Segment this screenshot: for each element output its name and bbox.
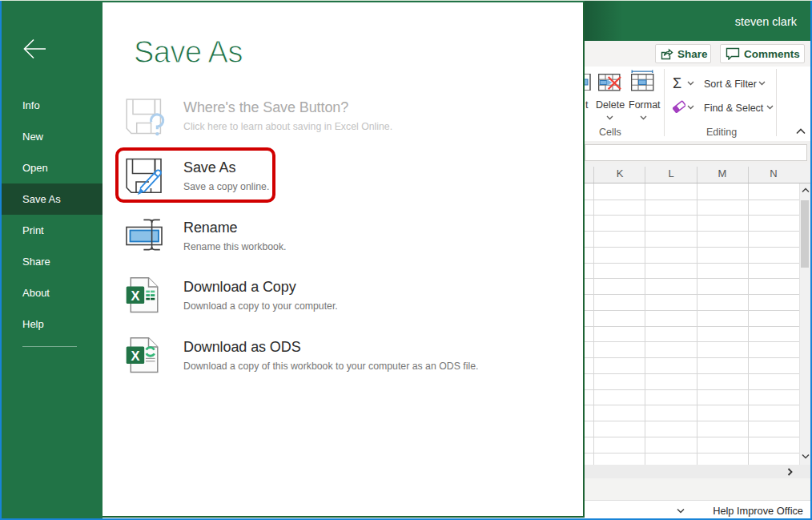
- svg-text:X: X: [131, 349, 139, 363]
- svg-text:X: X: [131, 288, 139, 303]
